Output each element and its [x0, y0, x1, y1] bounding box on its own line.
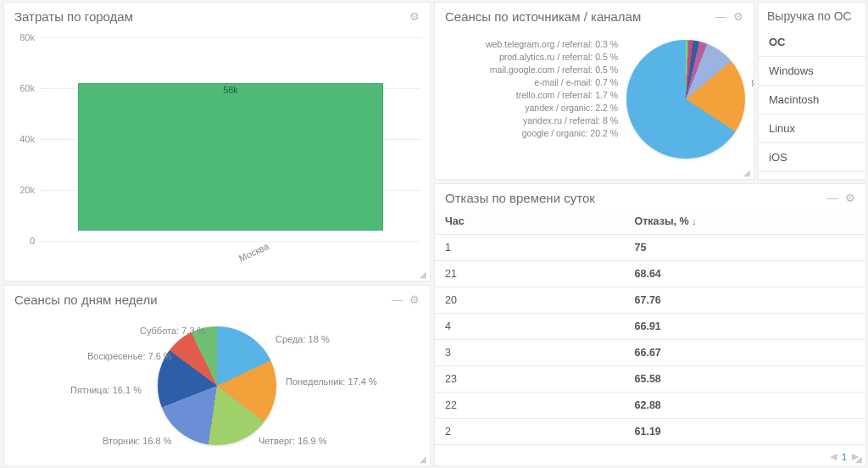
pie-label: Четверг: 16.9 % — [259, 436, 326, 446]
pie-label: Воскресенье: 7.6 % — [87, 351, 172, 361]
pie-label: web.telegram.org / referral: 0.3 % — [442, 39, 618, 49]
minimize-icon[interactable]: — — [715, 11, 726, 22]
ytick: 80k — [8, 32, 35, 42]
pie-chart[interactable] — [626, 40, 745, 159]
cell-hour: 2 — [435, 419, 625, 445]
panel-sessions-by-channel: Сеансы по источникам / каналам — ⚙ web.t… — [434, 2, 754, 180]
table-row[interactable]: 2365.58 — [435, 366, 865, 393]
ytick: 0 — [8, 236, 35, 246]
ytick: 60k — [8, 83, 35, 93]
resize-handle-icon[interactable]: ◢ — [420, 270, 426, 279]
pager: ◀ 1 ▶ — [830, 451, 859, 462]
gear-icon[interactable]: ⚙ — [409, 11, 420, 22]
pie-label: e-mail / e-mail: 0.7 % — [442, 77, 618, 87]
table-row[interactable]: 466.91 — [435, 314, 865, 340]
resize-handle-icon[interactable]: ◢ — [743, 168, 750, 177]
cell-bounce: 75 — [625, 235, 865, 261]
pie-label: yandex / organic: 2.2 % — [442, 103, 618, 113]
cell-bounce: 62.88 — [625, 393, 865, 419]
panel-title: Затраты по городам — [14, 9, 133, 24]
cell-hour: 23 — [435, 366, 625, 393]
pie-label: Вторник: 16.8 % — [103, 436, 172, 446]
bar-moscow[interactable]: 58k — [78, 83, 383, 231]
pager-prev-icon[interactable]: ◀ — [830, 451, 837, 462]
pie-label: Суббота: 7.3 % — [140, 326, 205, 336]
cell-bounce: 67.76 — [625, 287, 865, 314]
cell-bounce: 66.91 — [625, 314, 865, 340]
table-row[interactable]: Macintosh — [759, 86, 865, 114]
bounce-table: Час Отказы, % ↓ 1752168.642067.76466.913… — [435, 209, 865, 445]
ytick: 20k — [8, 185, 35, 195]
panel-revenue-by-os: Выручка по ОС ОС Windows Macintosh Linux… — [758, 2, 866, 180]
cell-bounce: 68.64 — [625, 261, 865, 287]
cell-hour: 1 — [435, 235, 625, 261]
panel-costs-by-city: Затраты по городам ⚙ 80k 60k 40k 20k 0 5… — [3, 2, 431, 281]
pie-label: mail.google.com / referral: 0.5 % — [442, 64, 618, 75]
cell-bounce: 66.67 — [625, 340, 865, 366]
cell-bounce: 61.19 — [625, 419, 865, 445]
resize-handle-icon[interactable]: ◢ — [420, 454, 426, 464]
table-header[interactable]: ОС — [759, 28, 865, 57]
col-hour[interactable]: Час — [435, 209, 625, 235]
table-row[interactable]: 366.67 — [435, 340, 865, 366]
pie-label: yandex.ru / referral: 8 % — [442, 115, 618, 125]
table-row[interactable]: 2168.64 — [435, 261, 865, 287]
table-row[interactable]: iOS — [759, 143, 865, 172]
table-row[interactable]: 2262.88 — [435, 393, 865, 419]
table-row[interactable]: Linux — [759, 114, 865, 143]
gear-icon[interactable]: ⚙ — [733, 11, 743, 22]
ytick: 40k — [8, 134, 35, 144]
table-row[interactable]: 175 — [435, 235, 865, 261]
pie-label: trello.com / referral: 1.7 % — [442, 90, 618, 100]
sort-desc-icon: ↓ — [692, 216, 697, 226]
pie-chart[interactable] — [158, 326, 276, 445]
gear-icon[interactable]: ⚙ — [845, 192, 855, 203]
gear-icon[interactable]: ⚙ — [409, 294, 420, 305]
cell-hour: 21 — [435, 261, 625, 287]
table-row[interactable]: Windows — [759, 57, 865, 86]
minimize-icon[interactable]: — — [827, 192, 838, 203]
bar-chart: 80k 60k 40k 20k 0 58k Москва — [4, 27, 430, 248]
pie-label: google / organic: 20.2 % — [442, 128, 618, 138]
resize-handle-icon[interactable]: ◢ — [855, 454, 862, 464]
panel-title: Выручка по ОС — [767, 9, 852, 23]
cell-bounce: 65.58 — [625, 366, 865, 393]
panel-sessions-by-dow: Сеансы по дням недели — ⚙ Среда: 18 % По… — [3, 285, 431, 466]
pie-legend: web.telegram.org / referral: 0.3 % prod.… — [435, 27, 618, 171]
pie-label: prod.alytics.ru / referral: 0.5 % — [442, 52, 618, 62]
xtick: Москва — [236, 241, 270, 264]
pie-label: Пятница: 16.1 % — [70, 385, 142, 395]
col-bounce[interactable]: Отказы, % ↓ — [625, 209, 865, 235]
pager-page[interactable]: 1 — [842, 452, 847, 462]
minimize-icon[interactable]: — — [392, 294, 403, 305]
bar-value-label: 58k — [223, 85, 238, 95]
panel-title: Сеансы по источникам / каналам — [445, 9, 641, 24]
panel-title: Отказы по времени суток — [445, 191, 595, 205]
pie-label: Понедельник: 17.4 % — [286, 376, 377, 387]
panel-title: Сеансы по дням недели — [14, 292, 158, 307]
table-row[interactable]: 261.19 — [435, 419, 865, 445]
cell-hour: 4 — [435, 314, 625, 340]
pie-label: Среда: 18 % — [275, 334, 330, 344]
table-row[interactable]: 2067.76 — [435, 287, 865, 314]
cell-hour: 20 — [435, 287, 625, 314]
cell-hour: 3 — [435, 340, 625, 366]
pie-side-label: Яндекс — [751, 78, 754, 88]
panel-bounce-by-hour: Отказы по времени суток — ⚙ Час Отказы, … — [434, 183, 866, 466]
cell-hour: 22 — [435, 393, 625, 419]
